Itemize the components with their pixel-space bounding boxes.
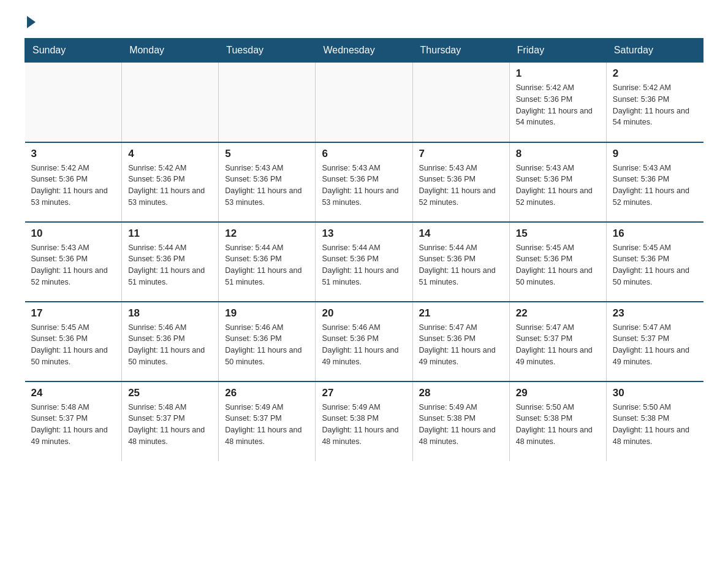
calendar-cell-w3-d6: 23Sunrise: 5:47 AM Sunset: 5:37 PM Dayli…: [606, 302, 703, 381]
calendar-week-2: 10Sunrise: 5:43 AM Sunset: 5:36 PM Dayli…: [25, 222, 703, 302]
day-info: Sunrise: 5:47 AM Sunset: 5:36 PM Dayligh…: [419, 322, 503, 368]
day-number: 17: [31, 307, 116, 320]
day-number: 9: [613, 148, 697, 160]
day-number: 11: [128, 228, 212, 240]
day-info: Sunrise: 5:46 AM Sunset: 5:36 PM Dayligh…: [322, 322, 406, 368]
day-number: 10: [31, 228, 116, 240]
calendar-cell-w3-d3: 20Sunrise: 5:46 AM Sunset: 5:36 PM Dayli…: [316, 302, 412, 381]
calendar-week-4: 24Sunrise: 5:48 AM Sunset: 5:37 PM Dayli…: [25, 381, 703, 461]
calendar-cell-w0-d3: [316, 63, 412, 142]
day-number: 21: [419, 307, 503, 320]
day-number: 24: [31, 387, 116, 399]
calendar-cell-w2-d0: 10Sunrise: 5:43 AM Sunset: 5:36 PM Dayli…: [25, 222, 122, 302]
day-info: Sunrise: 5:43 AM Sunset: 5:36 PM Dayligh…: [613, 163, 697, 209]
day-number: 14: [419, 228, 503, 240]
day-number: 25: [128, 387, 212, 399]
day-number: 1: [516, 67, 600, 80]
calendar-cell-w1-d4: 7Sunrise: 5:43 AM Sunset: 5:36 PM Daylig…: [412, 142, 509, 222]
day-number: 12: [225, 228, 309, 240]
calendar-cell-w1-d1: 4Sunrise: 5:42 AM Sunset: 5:36 PM Daylig…: [122, 142, 219, 222]
calendar-cell-w4-d4: 28Sunrise: 5:49 AM Sunset: 5:38 PM Dayli…: [412, 381, 509, 461]
calendar-cell-w3-d1: 18Sunrise: 5:46 AM Sunset: 5:36 PM Dayli…: [122, 302, 219, 381]
calendar-week-3: 17Sunrise: 5:45 AM Sunset: 5:36 PM Dayli…: [25, 302, 703, 381]
calendar-cell-w1-d5: 8Sunrise: 5:43 AM Sunset: 5:36 PM Daylig…: [509, 142, 606, 222]
logo-triangle-icon: [27, 16, 36, 28]
day-info: Sunrise: 5:43 AM Sunset: 5:36 PM Dayligh…: [322, 163, 406, 209]
calendar-cell-w3-d2: 19Sunrise: 5:46 AM Sunset: 5:36 PM Dayli…: [219, 302, 316, 381]
day-number: 4: [128, 148, 212, 160]
day-number: 19: [225, 307, 309, 320]
calendar-cell-w1-d2: 5Sunrise: 5:43 AM Sunset: 5:36 PM Daylig…: [219, 142, 316, 222]
calendar-cell-w0-d0: [25, 63, 122, 142]
day-number: 3: [31, 148, 116, 160]
day-info: Sunrise: 5:49 AM Sunset: 5:38 PM Dayligh…: [322, 402, 406, 448]
header-saturday: Saturday: [606, 39, 703, 63]
calendar-cell-w2-d3: 13Sunrise: 5:44 AM Sunset: 5:36 PM Dayli…: [316, 222, 412, 302]
day-info: Sunrise: 5:43 AM Sunset: 5:36 PM Dayligh…: [225, 163, 309, 209]
day-info: Sunrise: 5:50 AM Sunset: 5:38 PM Dayligh…: [613, 402, 697, 448]
calendar-cell-w3-d0: 17Sunrise: 5:45 AM Sunset: 5:36 PM Dayli…: [25, 302, 122, 381]
day-number: 18: [128, 307, 212, 320]
day-info: Sunrise: 5:49 AM Sunset: 5:38 PM Dayligh…: [419, 402, 503, 448]
calendar-cell-w4-d3: 27Sunrise: 5:49 AM Sunset: 5:38 PM Dayli…: [316, 381, 412, 461]
calendar-cell-w2-d2: 12Sunrise: 5:44 AM Sunset: 5:36 PM Dayli…: [219, 222, 316, 302]
calendar-cell-w2-d6: 16Sunrise: 5:45 AM Sunset: 5:36 PM Dayli…: [606, 222, 703, 302]
day-info: Sunrise: 5:45 AM Sunset: 5:36 PM Dayligh…: [516, 242, 600, 288]
calendar-table: SundayMondayTuesdayWednesdayThursdayFrid…: [25, 38, 703, 461]
day-info: Sunrise: 5:45 AM Sunset: 5:36 PM Dayligh…: [613, 242, 697, 288]
day-info: Sunrise: 5:47 AM Sunset: 5:37 PM Dayligh…: [613, 322, 697, 368]
day-number: 6: [322, 148, 406, 160]
day-number: 29: [516, 387, 600, 399]
calendar-header-row: SundayMondayTuesdayWednesdayThursdayFrid…: [25, 39, 703, 63]
day-number: 13: [322, 228, 406, 240]
header: [25, 18, 703, 28]
day-number: 7: [419, 148, 503, 160]
day-info: Sunrise: 5:43 AM Sunset: 5:36 PM Dayligh…: [419, 163, 503, 209]
day-info: Sunrise: 5:49 AM Sunset: 5:37 PM Dayligh…: [225, 402, 309, 448]
calendar-cell-w4-d5: 29Sunrise: 5:50 AM Sunset: 5:38 PM Dayli…: [509, 381, 606, 461]
header-monday: Monday: [122, 39, 219, 63]
calendar-cell-w0-d2: [219, 63, 316, 142]
day-number: 30: [613, 387, 697, 399]
calendar-cell-w0-d1: [122, 63, 219, 142]
day-info: Sunrise: 5:42 AM Sunset: 5:36 PM Dayligh…: [613, 82, 697, 128]
calendar-week-0: 1Sunrise: 5:42 AM Sunset: 5:36 PM Daylig…: [25, 63, 703, 142]
calendar-cell-w1-d3: 6Sunrise: 5:43 AM Sunset: 5:36 PM Daylig…: [316, 142, 412, 222]
calendar-cell-w4-d1: 25Sunrise: 5:48 AM Sunset: 5:37 PM Dayli…: [122, 381, 219, 461]
header-thursday: Thursday: [412, 39, 509, 63]
calendar-cell-w0-d5: 1Sunrise: 5:42 AM Sunset: 5:36 PM Daylig…: [509, 63, 606, 142]
day-info: Sunrise: 5:42 AM Sunset: 5:36 PM Dayligh…: [31, 163, 116, 209]
day-info: Sunrise: 5:44 AM Sunset: 5:36 PM Dayligh…: [225, 242, 309, 288]
day-info: Sunrise: 5:47 AM Sunset: 5:37 PM Dayligh…: [516, 322, 600, 368]
header-friday: Friday: [509, 39, 606, 63]
calendar-cell-w1-d0: 3Sunrise: 5:42 AM Sunset: 5:36 PM Daylig…: [25, 142, 122, 222]
day-info: Sunrise: 5:48 AM Sunset: 5:37 PM Dayligh…: [128, 402, 212, 448]
day-info: Sunrise: 5:43 AM Sunset: 5:36 PM Dayligh…: [516, 163, 600, 209]
day-info: Sunrise: 5:44 AM Sunset: 5:36 PM Dayligh…: [128, 242, 212, 288]
day-info: Sunrise: 5:46 AM Sunset: 5:36 PM Dayligh…: [128, 322, 212, 368]
day-number: 16: [613, 228, 697, 240]
day-number: 8: [516, 148, 600, 160]
day-number: 22: [516, 307, 600, 320]
day-number: 23: [613, 307, 697, 320]
header-wednesday: Wednesday: [316, 39, 412, 63]
day-info: Sunrise: 5:48 AM Sunset: 5:37 PM Dayligh…: [31, 402, 116, 448]
day-info: Sunrise: 5:44 AM Sunset: 5:36 PM Dayligh…: [419, 242, 503, 288]
calendar-week-1: 3Sunrise: 5:42 AM Sunset: 5:36 PM Daylig…: [25, 142, 703, 222]
header-sunday: Sunday: [25, 39, 122, 63]
day-number: 2: [613, 67, 697, 80]
day-number: 26: [225, 387, 309, 399]
calendar-cell-w4-d6: 30Sunrise: 5:50 AM Sunset: 5:38 PM Dayli…: [606, 381, 703, 461]
day-info: Sunrise: 5:43 AM Sunset: 5:36 PM Dayligh…: [31, 242, 116, 288]
calendar-cell-w2-d5: 15Sunrise: 5:45 AM Sunset: 5:36 PM Dayli…: [509, 222, 606, 302]
day-number: 5: [225, 148, 309, 160]
day-info: Sunrise: 5:46 AM Sunset: 5:36 PM Dayligh…: [225, 322, 309, 368]
day-number: 15: [516, 228, 600, 240]
calendar-cell-w2-d4: 14Sunrise: 5:44 AM Sunset: 5:36 PM Dayli…: [412, 222, 509, 302]
calendar-cell-w4-d0: 24Sunrise: 5:48 AM Sunset: 5:37 PM Dayli…: [25, 381, 122, 461]
day-info: Sunrise: 5:42 AM Sunset: 5:36 PM Dayligh…: [516, 82, 600, 128]
calendar-cell-w3-d5: 22Sunrise: 5:47 AM Sunset: 5:37 PM Dayli…: [509, 302, 606, 381]
day-info: Sunrise: 5:50 AM Sunset: 5:38 PM Dayligh…: [516, 402, 600, 448]
day-info: Sunrise: 5:42 AM Sunset: 5:36 PM Dayligh…: [128, 163, 212, 209]
calendar-cell-w3-d4: 21Sunrise: 5:47 AM Sunset: 5:36 PM Dayli…: [412, 302, 509, 381]
